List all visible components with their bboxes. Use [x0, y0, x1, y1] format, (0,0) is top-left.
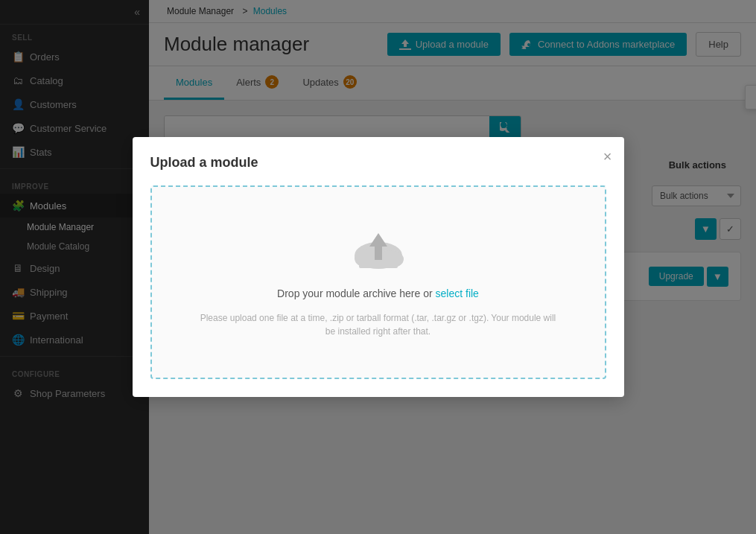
upload-hint: Please upload one file at a time, .zip o…: [200, 311, 557, 338]
upload-drop-text: Drop your module archive here or select …: [277, 287, 479, 299]
upload-module-modal: Upload a module × Drop your module archi…: [133, 137, 624, 397]
modal-title: Upload a module: [150, 155, 606, 171]
select-file-link-2[interactable]: select file: [436, 287, 479, 299]
modal-overlay[interactable]: Upload a module × Drop your module archi…: [0, 0, 756, 534]
upload-drop-zone[interactable]: Drop your module archive here or select …: [150, 185, 606, 379]
cloud-upload-icon: [349, 227, 408, 276]
modal-close-button[interactable]: ×: [603, 149, 612, 164]
